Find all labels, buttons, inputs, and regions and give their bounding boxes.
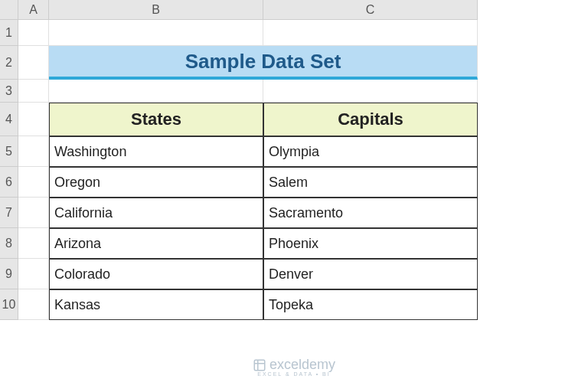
- cell-a3[interactable]: [18, 80, 49, 103]
- row-header-1[interactable]: 1: [0, 20, 18, 46]
- row-header-7[interactable]: 7: [0, 198, 18, 228]
- col-header-c[interactable]: C: [263, 0, 478, 20]
- col-header-b[interactable]: B: [49, 0, 263, 20]
- cell-a7[interactable]: [18, 198, 49, 228]
- cell-c3[interactable]: [263, 80, 478, 103]
- cell-a1[interactable]: [18, 20, 49, 46]
- cell-capital-0[interactable]: Olympia: [263, 136, 478, 167]
- watermark: exceldemy EXCEL & DATA • BI: [0, 357, 588, 377]
- row-header-3[interactable]: 3: [0, 80, 18, 103]
- title-cell[interactable]: Sample Data Set: [49, 46, 478, 80]
- svg-rect-0: [254, 361, 265, 371]
- cell-a8[interactable]: [18, 228, 49, 259]
- cell-capital-2[interactable]: Sacramento: [263, 198, 478, 228]
- header-states[interactable]: States: [49, 103, 263, 136]
- cell-state-1[interactable]: Oregon: [49, 167, 263, 198]
- header-capitals[interactable]: Capitals: [263, 103, 478, 136]
- row-header-9[interactable]: 9: [0, 259, 18, 289]
- cell-a2[interactable]: [18, 46, 49, 80]
- cell-state-2[interactable]: California: [49, 198, 263, 228]
- cell-a9[interactable]: [18, 259, 49, 289]
- row-header-6[interactable]: 6: [0, 167, 18, 198]
- cell-b3[interactable]: [49, 80, 263, 103]
- cell-state-5[interactable]: Kansas: [49, 289, 263, 320]
- cell-capital-5[interactable]: Topeka: [263, 289, 478, 320]
- cell-c1[interactable]: [263, 20, 478, 46]
- row-header-10[interactable]: 10: [0, 289, 18, 320]
- watermark-tagline: EXCEL & DATA • BI: [0, 371, 588, 377]
- cell-capital-4[interactable]: Denver: [263, 259, 478, 289]
- cell-a5[interactable]: [18, 136, 49, 167]
- cell-a6[interactable]: [18, 167, 49, 198]
- cell-a4[interactable]: [18, 103, 49, 136]
- row-header-8[interactable]: 8: [0, 228, 18, 259]
- cell-b1[interactable]: [49, 20, 263, 46]
- cell-state-0[interactable]: Washington: [49, 136, 263, 167]
- spreadsheet-icon: [253, 358, 266, 372]
- row-header-5[interactable]: 5: [0, 136, 18, 167]
- col-header-a[interactable]: A: [18, 0, 49, 20]
- select-all-corner[interactable]: [0, 0, 18, 20]
- watermark-name: exceldemy: [270, 357, 335, 372]
- row-header-2[interactable]: 2: [0, 46, 18, 80]
- cell-state-4[interactable]: Colorado: [49, 259, 263, 289]
- spreadsheet-grid: A B C 1 2 Sample Data Set 3 4 States Cap…: [0, 0, 588, 320]
- cell-capital-1[interactable]: Salem: [263, 167, 478, 198]
- cell-capital-3[interactable]: Phoenix: [263, 228, 478, 259]
- cell-a10[interactable]: [18, 289, 49, 320]
- row-header-4[interactable]: 4: [0, 103, 18, 136]
- cell-state-3[interactable]: Arizona: [49, 228, 263, 259]
